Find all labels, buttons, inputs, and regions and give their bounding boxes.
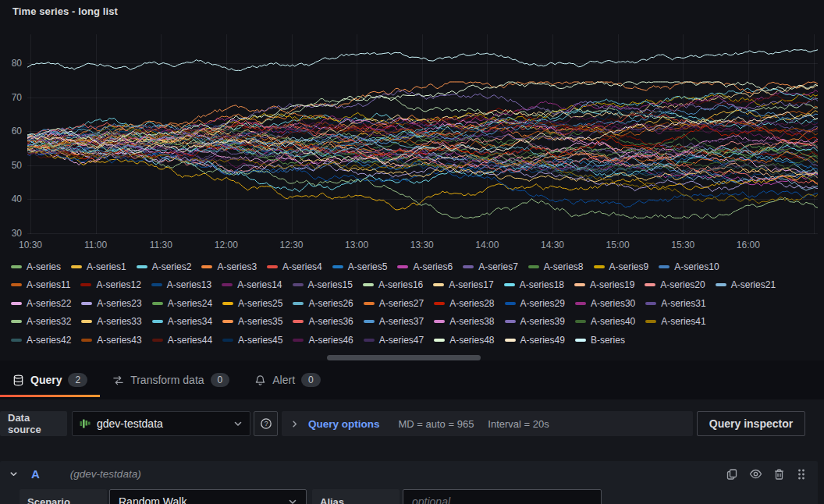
legend-item-A-series45[interactable]: A-series45 bbox=[222, 335, 282, 346]
legend-item-A-series29[interactable]: A-series29 bbox=[505, 298, 565, 309]
series-color-swatch bbox=[434, 302, 445, 305]
legend-item-A-series8[interactable]: A-series8 bbox=[528, 261, 584, 272]
legend-item-A-series47[interactable]: A-series47 bbox=[364, 335, 424, 346]
legend-item-A-series5[interactable]: A-series5 bbox=[332, 261, 388, 272]
legend-item-A-series11[interactable]: A-series11 bbox=[11, 279, 70, 290]
tab-transform-data[interactable]: Transform data0 bbox=[100, 360, 242, 399]
series-name: A-series30 bbox=[591, 298, 635, 309]
legend-item-A-series1[interactable]: A-series1 bbox=[71, 261, 126, 272]
query-row-header[interactable]: A (gdev-testdata) bbox=[0, 461, 818, 487]
legend-item-A-series28[interactable]: A-series28 bbox=[434, 298, 494, 309]
tab-label: Transform data bbox=[130, 374, 204, 386]
legend-item-A-series32[interactable]: A-series32 bbox=[11, 316, 71, 327]
x-axis-tick: 11:00 bbox=[84, 240, 107, 250]
legend-item-A-series2[interactable]: A-series2 bbox=[137, 261, 192, 272]
y-axis-tick: 60 bbox=[0, 125, 22, 137]
legend-item-A-series13[interactable]: A-series13 bbox=[151, 279, 211, 290]
legend-item-A-series33[interactable]: A-series33 bbox=[81, 316, 141, 327]
timeseries-panel: Time series - long list 304050607080 10:… bbox=[0, 0, 824, 360]
legend-item-A-series27[interactable]: A-series27 bbox=[364, 298, 424, 309]
tab-query[interactable]: Query2 bbox=[0, 360, 100, 399]
legend-item-A-series31[interactable]: A-series31 bbox=[645, 298, 705, 309]
query-inspector-button[interactable]: Query inspector bbox=[697, 411, 805, 436]
series-name: A-series13 bbox=[167, 279, 211, 290]
timeseries-canvas[interactable] bbox=[27, 34, 818, 234]
legend-item-A-series[interactable]: A-series bbox=[11, 261, 61, 272]
legend-item-A-series36[interactable]: A-series36 bbox=[293, 316, 353, 327]
alias-input[interactable]: optional bbox=[403, 489, 602, 504]
legend-item-B-series[interactable]: B-series bbox=[575, 335, 625, 346]
scenario-select[interactable]: Random Walk bbox=[109, 489, 307, 504]
legend-item-A-series7[interactable]: A-series7 bbox=[463, 261, 518, 272]
panel-scrollbar-thumb[interactable] bbox=[327, 355, 481, 360]
legend-item-A-series46[interactable]: A-series46 bbox=[293, 335, 353, 346]
series-color-swatch bbox=[504, 283, 515, 286]
legend-item-A-series48[interactable]: A-series48 bbox=[434, 335, 494, 346]
legend-item-A-series17[interactable]: A-series17 bbox=[433, 279, 493, 290]
legend-item-A-series20[interactable]: A-series20 bbox=[645, 279, 705, 290]
legend-item-A-series44[interactable]: A-series44 bbox=[152, 335, 212, 346]
collapse-chevron-icon[interactable] bbox=[9, 470, 18, 478]
query-options-toggle[interactable]: Query options MD = auto = 965 Interval =… bbox=[282, 411, 693, 436]
legend-item-A-series6[interactable]: A-series6 bbox=[397, 261, 453, 272]
legend-item-A-series25[interactable]: A-series25 bbox=[222, 298, 282, 309]
series-name: A-series25 bbox=[238, 298, 282, 309]
series-color-swatch bbox=[151, 283, 162, 286]
datasource-label: Data source bbox=[0, 411, 67, 436]
series-name: A-series26 bbox=[308, 298, 353, 309]
legend-item-A-series42[interactable]: A-series42 bbox=[11, 335, 71, 346]
legend-item-A-series34[interactable]: A-series34 bbox=[152, 316, 212, 327]
series-name: A-series39 bbox=[520, 316, 565, 327]
legend-item-A-series43[interactable]: A-series43 bbox=[81, 335, 141, 346]
legend-item-A-series23[interactable]: A-series23 bbox=[81, 298, 141, 309]
legend-item-A-series26[interactable]: A-series26 bbox=[293, 298, 353, 309]
datasource-help-button[interactable]: ? bbox=[254, 411, 278, 436]
series-name: A-series47 bbox=[379, 335, 424, 346]
legend-item-A-series24[interactable]: A-series24 bbox=[152, 298, 212, 309]
tab-label: Alert bbox=[272, 374, 295, 386]
datasource-picker[interactable]: gdev-testdata bbox=[72, 411, 250, 436]
legend-item-A-series9[interactable]: A-series9 bbox=[594, 261, 649, 272]
legend-item-A-series16[interactable]: A-series16 bbox=[363, 279, 423, 290]
series-color-swatch bbox=[293, 339, 304, 342]
legend-item-A-series35[interactable]: A-series35 bbox=[222, 316, 282, 327]
query-section: Data source gdev-testdata ? Query option… bbox=[0, 399, 824, 504]
legend-item-A-series39[interactable]: A-series39 bbox=[505, 316, 565, 327]
tab-alert[interactable]: Alert0 bbox=[242, 360, 332, 399]
legend-item-A-series10[interactable]: A-series10 bbox=[659, 261, 719, 272]
chart-plot-area[interactable] bbox=[27, 34, 818, 234]
series-color-swatch bbox=[528, 265, 539, 268]
duplicate-query-icon[interactable] bbox=[726, 468, 738, 481]
hide-response-eye-icon[interactable] bbox=[749, 467, 762, 481]
query-editor-row: Scenario Random Walk Alias optional bbox=[0, 487, 818, 504]
legend-item-A-series14[interactable]: A-series14 bbox=[222, 279, 282, 290]
delete-query-trash-icon[interactable] bbox=[773, 468, 785, 481]
series-name: A-series35 bbox=[238, 316, 282, 327]
drag-handle-grip-icon[interactable] bbox=[796, 468, 807, 481]
legend-item-A-series22[interactable]: A-series22 bbox=[11, 298, 71, 309]
legend-item-A-series37[interactable]: A-series37 bbox=[364, 316, 424, 327]
legend-item-A-series18[interactable]: A-series18 bbox=[504, 279, 564, 290]
legend-row: A-series42A-series43A-series44A-series45… bbox=[11, 331, 822, 350]
series-color-swatch bbox=[594, 265, 605, 268]
series-name: A-series11 bbox=[27, 279, 70, 290]
legend-item-A-series30[interactable]: A-series30 bbox=[575, 298, 635, 309]
legend-item-A-series4[interactable]: A-series4 bbox=[267, 261, 322, 272]
legend-item-A-series40[interactable]: A-series40 bbox=[575, 316, 635, 327]
legend-item-A-series49[interactable]: A-series49 bbox=[505, 335, 565, 346]
legend-item-A-series3[interactable]: A-series3 bbox=[201, 261, 257, 272]
legend-item-A-series21[interactable]: A-series21 bbox=[716, 279, 776, 290]
series-name: A-series6 bbox=[413, 261, 453, 272]
series-name: A-series5 bbox=[348, 261, 388, 272]
editor-tabs: Query2Transform data0Alert0 bbox=[0, 360, 824, 399]
series-name: A-series15 bbox=[308, 279, 353, 290]
x-axis-tick: 15:30 bbox=[671, 240, 694, 250]
legend-item-A-series12[interactable]: A-series12 bbox=[80, 279, 140, 290]
query-toolbar: Data source gdev-testdata ? Query option… bbox=[0, 411, 824, 436]
legend-item-A-series15[interactable]: A-series15 bbox=[293, 279, 353, 290]
legend-item-A-series38[interactable]: A-series38 bbox=[434, 316, 494, 327]
legend-item-A-series19[interactable]: A-series19 bbox=[574, 279, 634, 290]
series-name: A-series49 bbox=[520, 335, 565, 346]
legend-item-A-series41[interactable]: A-series41 bbox=[645, 316, 705, 327]
series-name: B-series bbox=[591, 335, 625, 346]
